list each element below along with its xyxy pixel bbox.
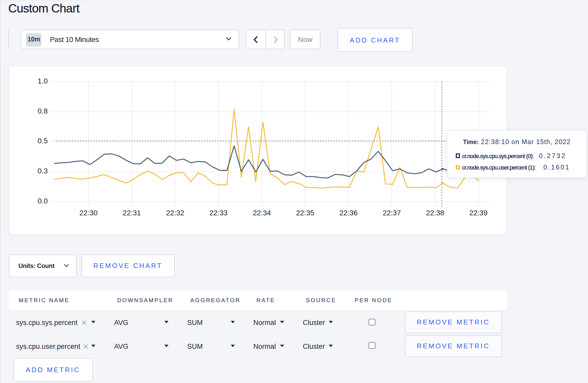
svg-text:0.5: 0.5 [38,137,48,145]
svg-text:22:34: 22:34 [253,209,271,217]
svg-text:1.0: 1.0 [38,77,48,85]
svg-text:0.8: 0.8 [38,107,48,115]
svg-text:22:32: 22:32 [166,209,184,217]
svg-text:0.3: 0.3 [38,167,48,175]
svg-text:22:39: 22:39 [469,209,487,217]
svg-text:22:31: 22:31 [123,209,141,217]
svg-text:22:33: 22:33 [209,209,227,217]
svg-text:22:36: 22:36 [339,209,358,217]
svg-text:22:35: 22:35 [296,209,314,217]
svg-text:22:38: 22:38 [426,209,444,217]
svg-text:0.0: 0.0 [38,197,48,205]
svg-text:22:30: 22:30 [79,209,97,217]
svg-text:22:37: 22:37 [383,209,401,217]
